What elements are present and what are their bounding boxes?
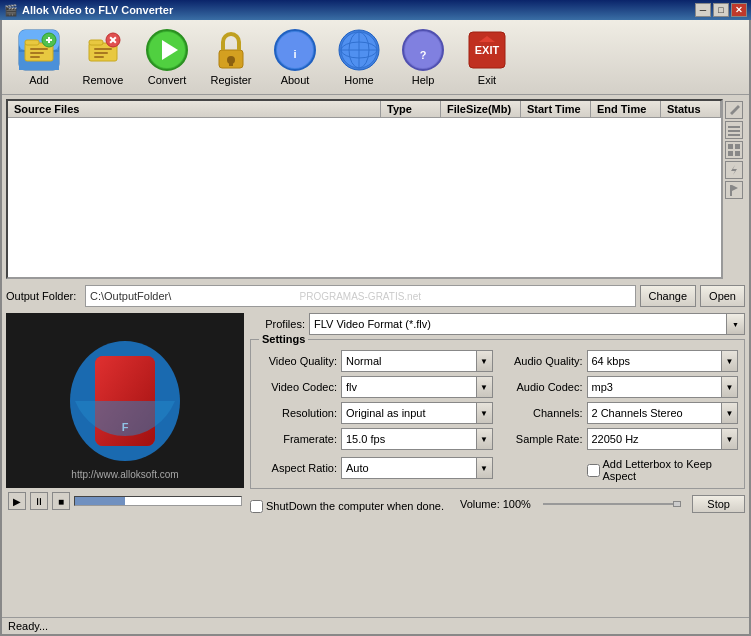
video-codec-label: Video Codec: (257, 381, 337, 393)
main-window: Add Remove (0, 20, 751, 636)
title-bar-buttons: ─ □ ✕ (695, 3, 747, 17)
exit-icon: EXIT (465, 28, 509, 72)
help-icon: ? (401, 28, 445, 72)
channels-label: Channels: (503, 407, 583, 419)
remove-icon (81, 28, 125, 72)
audio-codec-select[interactable]: mp3 ▼ (587, 376, 739, 398)
svg-rect-17 (94, 48, 112, 50)
content-area: Source Files Type FileSize(Mb) Start Tim… (2, 95, 749, 617)
profiles-dropdown[interactable]: FLV Video Format (*.flv) ▼ (309, 313, 745, 335)
home-label: Home (344, 74, 373, 86)
output-path-input[interactable] (85, 285, 636, 307)
remove-button[interactable]: Remove (72, 24, 134, 90)
col-end: End Time (591, 101, 661, 117)
progress-bar[interactable] (74, 496, 242, 506)
output-label: Output Folder: (6, 290, 81, 302)
add-icon (17, 28, 61, 72)
stop-ctrl-button[interactable]: ■ (52, 492, 70, 510)
title-bar-title: Allok Video to FLV Converter (22, 4, 695, 16)
side-btn-2[interactable] (725, 121, 743, 139)
home-button[interactable]: Home (328, 24, 390, 90)
file-list-body[interactable] (8, 118, 721, 268)
col-status: Status (661, 101, 721, 117)
file-list-header: Source Files Type FileSize(Mb) Start Tim… (8, 101, 721, 118)
convert-button[interactable]: Convert (136, 24, 198, 90)
letterbox-checkbox[interactable] (587, 464, 600, 477)
help-button[interactable]: ? Help (392, 24, 454, 90)
svg-rect-25 (229, 60, 233, 66)
toolbar: Add Remove (2, 20, 749, 95)
letterbox-checkbox-row: Add Letterbox to Keep Aspect (587, 458, 739, 482)
output-row: Output Folder: PROGRAMAS-GRATIS.net Chan… (6, 285, 745, 307)
video-quality-value: Normal (342, 353, 476, 369)
register-button[interactable]: Register (200, 24, 262, 90)
side-btn-5[interactable] (725, 181, 743, 199)
change-button[interactable]: Change (640, 285, 697, 307)
svg-rect-41 (728, 126, 740, 128)
side-btn-1[interactable] (725, 101, 743, 119)
sample-rate-value: 22050 Hz (588, 431, 722, 447)
sample-rate-label: Sample Rate: (503, 433, 583, 445)
framerate-row: Framerate: 15.0 fps ▼ (257, 428, 493, 450)
shutdown-label: ShutDown the computer when done. (266, 500, 444, 512)
close-button[interactable]: ✕ (731, 3, 747, 17)
stop-button[interactable]: Stop (692, 495, 745, 513)
video-codec-select[interactable]: flv ▼ (341, 376, 493, 398)
add-button[interactable]: Add (8, 24, 70, 90)
side-buttons (723, 99, 745, 279)
status-text: Ready... (8, 620, 48, 632)
sample-rate-select[interactable]: 22050 Hz ▼ (587, 428, 739, 450)
pause-button[interactable]: ⏸ (30, 492, 48, 510)
resolution-arrow: ▼ (476, 402, 492, 424)
svg-text:?: ? (420, 49, 427, 61)
letterbox-row: Add Letterbox to Keep Aspect (503, 454, 739, 482)
settings-grid: Video Quality: Normal ▼ Audio Quality: 6… (257, 346, 738, 482)
exit-button[interactable]: EXIT Exit (456, 24, 518, 90)
audio-codec-row: Audio Codec: mp3 ▼ (503, 376, 739, 398)
about-button[interactable]: i About (264, 24, 326, 90)
framerate-arrow: ▼ (476, 428, 492, 450)
svg-rect-5 (25, 40, 39, 45)
shutdown-checkbox[interactable] (250, 500, 263, 513)
channels-select[interactable]: 2 Channels Stereo ▼ (587, 402, 739, 424)
resolution-row: Resolution: Original as input ▼ (257, 402, 493, 424)
sample-rate-arrow: ▼ (721, 428, 737, 450)
video-quality-select[interactable]: Normal ▼ (341, 350, 493, 372)
svg-rect-18 (94, 52, 108, 54)
open-button[interactable]: Open (700, 285, 745, 307)
profiles-label: Profiles: (250, 318, 305, 330)
bottom-bar-row: ShutDown the computer when done. Volume:… (250, 495, 745, 513)
about-icon: i (273, 28, 317, 72)
maximize-button[interactable]: □ (713, 3, 729, 17)
framerate-select[interactable]: 15.0 fps ▼ (341, 428, 493, 450)
minimize-button[interactable]: ─ (695, 3, 711, 17)
help-label: Help (412, 74, 435, 86)
video-codec-row: Video Codec: flv ▼ (257, 376, 493, 398)
svg-rect-9 (30, 48, 48, 50)
aspect-ratio-select[interactable]: Auto ▼ (341, 457, 493, 479)
video-quality-arrow: ▼ (476, 350, 492, 372)
svg-text:EXIT: EXIT (475, 44, 500, 56)
profiles-arrow: ▼ (726, 314, 744, 334)
svg-rect-10 (30, 52, 44, 54)
resolution-select[interactable]: Original as input ▼ (341, 402, 493, 424)
output-input-wrap: PROGRAMAS-GRATIS.net (85, 285, 636, 307)
aspect-ratio-label: Aspect Ratio: (257, 462, 337, 474)
svg-rect-11 (30, 56, 40, 58)
side-btn-3[interactable] (725, 141, 743, 159)
svg-rect-13 (89, 40, 103, 45)
play-button[interactable]: ▶ (8, 492, 26, 510)
preview-url: http://www.alloksoft.com (71, 469, 178, 480)
side-btn-4[interactable] (725, 161, 743, 179)
preview-panel: F http://www.alloksoft.com ▶ ⏸ ■ (6, 313, 244, 514)
col-source: Source Files (8, 101, 381, 117)
svg-marker-50 (732, 185, 738, 191)
resolution-value: Original as input (342, 405, 476, 421)
svg-rect-42 (728, 130, 740, 132)
volume-slider-thumb[interactable] (673, 501, 681, 507)
framerate-label: Framerate: (257, 433, 337, 445)
add-label: Add (29, 74, 49, 86)
audio-quality-select[interactable]: 64 kbps ▼ (587, 350, 739, 372)
letterbox-label: Add Letterbox to Keep Aspect (603, 458, 739, 482)
convert-label: Convert (148, 74, 187, 86)
